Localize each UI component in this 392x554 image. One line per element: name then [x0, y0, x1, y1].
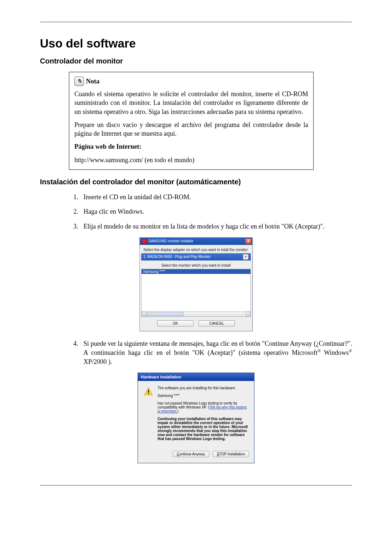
stop-installation-mnemonic: S [217, 452, 219, 456]
step-4: Si puede ver la siguiente ventana de men… [80, 339, 352, 366]
monitor-listbox-selected[interactable]: Samsung **** [142, 269, 250, 274]
hardware-install-body: The software you are installing for this… [138, 381, 254, 449]
installer-titlebar: SAMSUNG monitor installer X [140, 238, 252, 245]
hardware-install-button-row: Continue Anyway STOP Installation [138, 449, 254, 463]
registered-mark-1: ® [318, 348, 321, 353]
warning-icon [144, 387, 153, 396]
installer-window: SAMSUNG monitor installer X Select the d… [139, 237, 253, 331]
note-title: Nota [86, 77, 99, 86]
adapter-dropdown[interactable]: 1. RADEON 9550 : Plug and Play Monitor ▾ [141, 253, 251, 260]
cancel-button[interactable]: CANCEL [199, 320, 235, 327]
note-box: ✎ Nota Cuando el sistema operativo le so… [69, 72, 314, 170]
scroll-left-button[interactable]: ‹ [142, 312, 146, 316]
listbox-hscrollbar[interactable]: ‹ › [142, 311, 250, 316]
svg-rect-2 [148, 393, 149, 394]
installer-title: SAMSUNG monitor installer [148, 239, 244, 243]
scroll-track[interactable] [146, 312, 246, 316]
hw-p3: has not passed Windows Logo testing to v… [158, 401, 248, 413]
continue-anyway-rest: ontinue Anyway [180, 452, 205, 456]
section-heading-instalacion: Instalación del controlador del monitor … [40, 178, 352, 186]
continue-anyway-mnemonic: C [177, 452, 179, 456]
hw-p2: Samsung **** [158, 394, 248, 398]
step-3: Elija el modelo de su monitor en la list… [80, 222, 352, 231]
step-4-text-a: Si puede ver la siguiente ventana de men… [83, 340, 352, 356]
hardware-install-titlebar: Hardware Installation [138, 373, 254, 381]
stop-installation-button[interactable]: STOP Installation [213, 451, 249, 457]
step-2: Haga clic en Windows. [80, 207, 352, 216]
bottom-rule [40, 485, 352, 485]
installer-instruction-1: Select the display adapter on which you … [140, 245, 252, 253]
screenshot-1-wrap: SAMSUNG monitor installer X Select the d… [40, 237, 352, 331]
note-webpage-label: Página web de Internet: [74, 142, 308, 151]
hw-p1: The software you are installing for this… [158, 386, 248, 390]
screenshot-2-wrap: Hardware Installation The software you a… [40, 373, 352, 463]
note-paragraph-1: Cuando el sistema operativo le solicite … [74, 90, 308, 116]
steps-list: Inserte el CD en la unidad del CD-ROM. H… [69, 193, 352, 231]
ok-button[interactable]: OK [157, 320, 193, 327]
note-icon: ✎ [74, 77, 84, 86]
chevron-down-icon[interactable]: ▾ [243, 254, 249, 260]
step-4-text-c: XP/2000 ). [83, 358, 112, 365]
monitor-listbox[interactable]: Samsung **** ‹ › [141, 269, 251, 317]
step-4-text-b: Windows [321, 349, 349, 356]
steps-list-cont: Si puede ver la siguiente ventana de men… [69, 339, 352, 366]
installer-instruction-2: Select the monitor which you want to ins… [140, 260, 252, 269]
note-url: http://www.samsung.com/ (en todo el mund… [74, 156, 308, 164]
adapter-selected: 1. RADEON 9550 : Plug and Play Monitor [143, 255, 211, 259]
installer-button-row: OK CANCEL [140, 317, 252, 331]
scroll-thumb[interactable] [147, 312, 184, 316]
close-button[interactable]: X [245, 238, 252, 244]
page: Uso del software Controlador del monitor… [0, 0, 392, 554]
note-paragraph-2: Prepare un disco vacío y descargue el ar… [74, 120, 308, 138]
hardware-install-title: Hardware Installation [141, 375, 181, 379]
page-title: Uso del software [40, 37, 352, 50]
installer-title-icon [142, 239, 147, 244]
note-title-line: ✎ Nota [74, 77, 308, 86]
hw-p4: Continuing your installation of this sof… [158, 417, 248, 441]
hardware-install-text: The software you are installing for this… [158, 386, 248, 444]
section-heading-controlador: Controlador del monitor [40, 57, 352, 65]
registered-mark-2: ® [349, 348, 352, 353]
step-1: Inserte el CD en la unidad del CD-ROM. [80, 193, 352, 201]
continue-anyway-button[interactable]: Continue Anyway [173, 451, 209, 457]
stop-installation-rest: TOP Installation [219, 452, 245, 456]
svg-rect-1 [148, 390, 149, 393]
top-rule [40, 22, 352, 22]
scroll-right-button[interactable]: › [246, 312, 250, 316]
hardware-install-window: Hardware Installation The software you a… [138, 373, 254, 463]
hw-p3b: ) [177, 409, 178, 413]
